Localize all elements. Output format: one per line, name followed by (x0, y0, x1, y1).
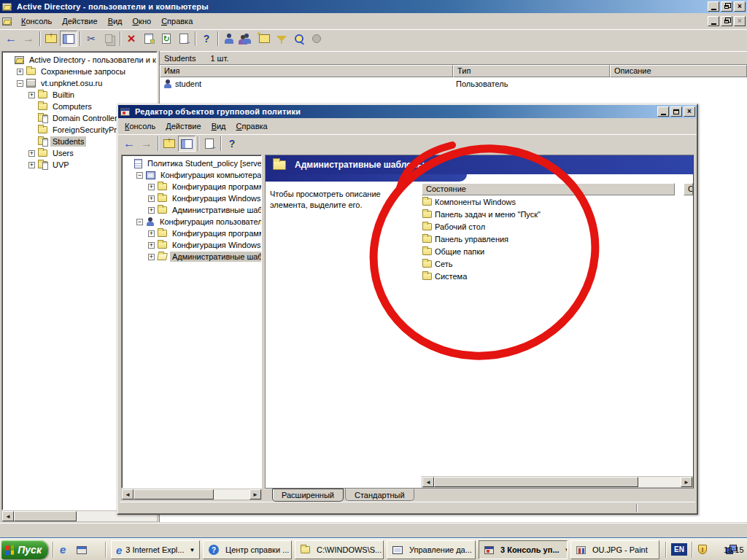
admin-template-item[interactable]: Рабочий стол (422, 220, 693, 233)
quick-launch-show-desktop[interactable] (77, 546, 87, 554)
scrollbar-thumb[interactable] (434, 477, 638, 487)
back-icon[interactable] (2, 31, 20, 47)
tree-item[interactable]: +Административные шабл (122, 204, 261, 216)
show-tree-icon[interactable] (178, 136, 196, 152)
collapse-icon[interactable]: − (17, 80, 23, 87)
tree-item-label[interactable]: Административные шабл (170, 252, 262, 262)
collapse-icon[interactable]: − (136, 172, 143, 179)
find-icon[interactable] (290, 31, 308, 47)
expand-icon[interactable]: + (148, 254, 155, 260)
tree-item[interactable]: +Конфигурация Windows (122, 239, 261, 251)
tree-item-label[interactable]: vt.unpknet.osu.ru (39, 78, 104, 88)
tree-item[interactable]: +Конфигурация программ (122, 181, 261, 192)
tree-item-label[interactable]: Users (50, 148, 76, 158)
start-button[interactable]: Пуск (1, 540, 48, 559)
tree-item[interactable]: +Builtin (2, 89, 157, 101)
refresh-icon[interactable] (158, 31, 175, 47)
menu-item[interactable]: Справка (156, 15, 198, 28)
security-shield-icon[interactable]: ! (698, 545, 707, 554)
help-icon[interactable] (223, 136, 241, 152)
tree-item-label[interactable]: Builtin (50, 90, 77, 100)
taskbar-button-internet-explorer[interactable]: e3 Internet Expl...▼ (111, 540, 200, 559)
help-icon[interactable] (198, 31, 215, 47)
menu-item[interactable]: Справка (231, 120, 273, 133)
tree-item[interactable]: −vt.unpknet.osu.ru (2, 77, 157, 89)
tree-item-label[interactable]: Конфигурация программ (170, 228, 262, 238)
properties-icon[interactable] (140, 31, 158, 47)
menu-item[interactable]: Действие (57, 15, 102, 28)
close-button[interactable]: × (734, 16, 746, 26)
taskbar-button-help-center[interactable]: ?Центр справки ... (203, 540, 292, 559)
admin-template-label[interactable]: Общие папки (435, 247, 484, 256)
maximize-button[interactable] (670, 106, 682, 117)
scrollbar-thumb[interactable] (133, 489, 214, 499)
column-header-1[interactable]: Имя (160, 65, 453, 77)
tree-item-label[interactable]: Конфигурация компьютера (158, 170, 262, 180)
tree-item-label[interactable]: UVP (50, 160, 71, 170)
policy-icon[interactable] (308, 31, 325, 47)
expand-icon[interactable]: + (148, 207, 155, 214)
column-header-2[interactable]: Тип (453, 65, 610, 77)
export-icon[interactable] (175, 31, 193, 47)
delete-icon[interactable] (123, 31, 140, 47)
taskbar-button-computer-management[interactable]: Управление да... (387, 540, 476, 559)
tree-item[interactable]: +Сохраненные запросы (2, 66, 157, 77)
minimize-button[interactable] (708, 16, 719, 26)
new-ou-icon[interactable] (255, 31, 273, 47)
copy-icon[interactable] (100, 31, 117, 47)
forward-icon[interactable] (20, 31, 37, 47)
admin-template-item[interactable]: Система (422, 270, 693, 282)
tree-item-label[interactable]: Конфигурация программ (170, 182, 262, 192)
menu-item[interactable]: Действие (160, 120, 206, 133)
admin-template-item[interactable]: Компоненты Windows (422, 195, 693, 208)
tree-item[interactable]: +Конфигурация программ (122, 228, 261, 239)
scroll-left-icon[interactable]: ◄ (2, 511, 14, 521)
up-icon[interactable] (42, 31, 60, 47)
close-button[interactable]: × (684, 106, 695, 117)
column-header-3[interactable]: Описание (610, 65, 747, 77)
menu-item[interactable]: Консоль (120, 120, 160, 133)
export-icon[interactable] (201, 136, 218, 152)
tree-item-label[interactable]: Students (50, 136, 86, 147)
tree-item[interactable]: Политика Student_policy [serverv (122, 158, 261, 169)
scroll-left-icon[interactable]: ◄ (422, 477, 434, 487)
scrollbar-thumb[interactable] (14, 511, 77, 521)
admin-template-item[interactable]: Сеть (422, 257, 693, 270)
user-row-student[interactable]: student Пользователь (160, 77, 747, 90)
menu-item[interactable]: Окно (128, 15, 157, 28)
back-icon[interactable] (120, 136, 138, 152)
tree-item-label[interactable]: Политика Student_policy [serverv (145, 158, 262, 168)
tree-item-label[interactable]: Active Directory - пользователи и к (27, 55, 158, 65)
expand-icon[interactable]: + (17, 69, 23, 75)
taskbar-button-folder[interactable]: C:\WINDOWS\S... (295, 540, 384, 559)
tree-item[interactable]: −Конфигурация пользователя (122, 216, 261, 228)
tree-item[interactable]: Active Directory - пользователи и к (2, 54, 157, 66)
new-user-icon[interactable] (220, 31, 238, 47)
tree-item-label[interactable]: Сохраненные запросы (39, 66, 128, 77)
main-title-bar[interactable]: Active Directory - пользователи и компью… (0, 0, 747, 13)
taskbar-button-mmc-console[interactable]: 3 Консоль уп...▼ (479, 540, 568, 559)
menu-item[interactable]: Вид (206, 120, 231, 133)
scroll-right-icon[interactable]: ► (249, 489, 261, 499)
filter-icon[interactable] (273, 31, 290, 47)
expand-icon[interactable]: + (148, 184, 155, 190)
gpo-tree-hscrollbar[interactable]: ◄ ► (121, 489, 262, 500)
column-header-state[interactable]: Состояние (422, 183, 675, 195)
tree-item[interactable]: −Конфигурация компьютера (122, 169, 261, 181)
admin-template-label[interactable]: Панель задач и меню "Пуск" (435, 210, 541, 219)
new-group-icon[interactable] (238, 31, 255, 47)
column-header-2[interactable]: С (684, 183, 693, 195)
tab-standard[interactable]: Стандартный (345, 489, 414, 501)
tree-item[interactable]: +Конфигурация Windows (122, 192, 261, 204)
tree-item-label[interactable]: Конфигурация пользователя (158, 217, 262, 227)
restore-button[interactable] (721, 16, 732, 26)
expand-icon[interactable]: + (148, 195, 155, 202)
show-tree-icon[interactable] (60, 31, 77, 47)
forward-icon[interactable] (138, 136, 155, 152)
tree-item-label[interactable]: Конфигурация Windows (170, 240, 262, 250)
gpo-list-hscrollbar[interactable]: ◄ ► (422, 476, 693, 488)
tree-item-label[interactable]: Конфигурация Windows (170, 193, 262, 203)
expand-icon[interactable]: + (28, 162, 35, 168)
admin-template-label[interactable]: Рабочий стол (435, 222, 485, 231)
taskbar-button-paint[interactable]: OU.JPG - Paint (570, 540, 659, 559)
